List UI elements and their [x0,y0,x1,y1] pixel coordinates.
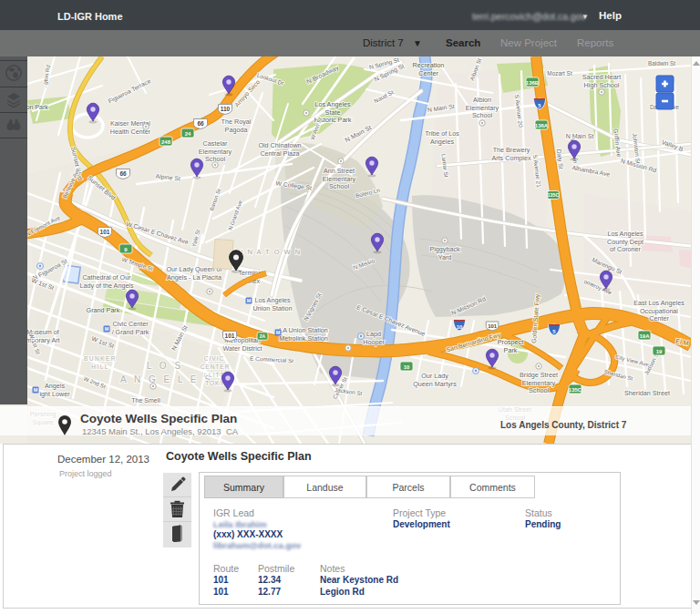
svg-text:Center: Center [418,69,438,77]
svg-text:ion Park: ion Park [25,104,48,110]
svg-text:2A: 2A [260,333,266,339]
svg-text:School: School [529,386,549,394]
svg-text:/ Grand Park: / Grand Park [112,328,149,336]
svg-text:HILL: HILL [91,363,109,370]
svg-text:Arts Complex: Arts Complex [491,154,531,162]
svg-text:School: School [329,182,349,190]
svg-text:Sheridan Street: Sheridan Street [624,389,670,397]
svg-text:CIVIC: CIVIC [204,355,224,362]
svg-text:66: 66 [119,170,127,177]
svg-text:136B: 136B [526,80,540,86]
svg-text:/ LITT: / LITT [204,372,225,378]
svg-text:M: M [105,326,109,332]
svg-text:Queen Martyrs: Queen Martyrs [413,380,457,388]
svg-text:101: 101 [488,323,498,329]
svg-text:M: M [276,330,281,335]
svg-text:Angels - La Placita: Angels - La Placita [167,273,221,281]
svg-text:School: School [472,111,492,119]
svg-text:66: 66 [197,120,204,127]
svg-text:10: 10 [457,324,463,330]
svg-text:L O S: L O S [147,361,183,371]
svg-text:135C: 135C [569,387,582,393]
svg-text:A N G E L E S: A N G E L E S [120,374,213,384]
svg-text:Metrolink Station: Metrolink Station [279,334,328,343]
svg-text:110: 110 [221,106,231,112]
svg-text:24: 24 [185,131,191,137]
svg-text:135C: 135C [548,192,560,198]
svg-text:CENTER: CENTER [201,363,231,370]
svg-text:TOKY: TOKY [205,380,225,386]
svg-text:Lady of the Angels: Lady of the Angels [79,281,134,290]
svg-text:High School: High School [584,81,620,89]
svg-text:Water District: Water District [223,344,262,353]
svg-text:The Smell: The Smell [131,397,160,404]
svg-text:136A: 136A [535,123,549,128]
svg-text:Angeles: Angeles [430,138,454,146]
svg-text:Union Station: Union Station [252,304,292,312]
svg-text:Center: Center [649,314,669,322]
svg-text:BUNKER: BUNKER [84,355,117,362]
svg-text:ight Lower: ight Lower [39,390,70,398]
svg-text:19: 19 [656,349,663,354]
svg-text:Yard: Yard [438,253,452,261]
svg-text:M: M [34,387,38,393]
svg-text:248: 248 [161,139,171,145]
svg-text:101: 101 [225,333,235,339]
svg-text:101: 101 [100,229,110,235]
svg-text:Baldwin St: Baldwin St [648,60,675,67]
svg-text:Park: Park [504,346,518,354]
svg-text:M: M [247,298,252,303]
svg-text:of Coroner: of Coroner [610,245,642,253]
svg-text:10: 10 [404,364,410,370]
svg-text:Grand Park: Grand Park [87,306,120,314]
svg-text:Pagoda: Pagoda [225,126,248,134]
svg-text:Central Plaza: Central Plaza [260,149,299,158]
svg-text:Hooper: Hooper [363,338,385,346]
svg-text:19A: 19A [639,333,650,339]
svg-text:Mozart St: Mozart St [547,70,572,77]
